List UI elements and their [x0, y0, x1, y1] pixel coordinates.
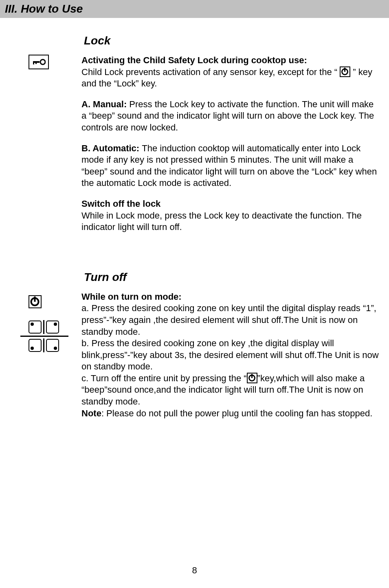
turnoff-note-label: Note: [81, 408, 101, 418]
svg-rect-2: [35, 61, 37, 64]
svg-rect-1: [33, 61, 34, 64]
turnoff-mode-label: While on turn on mode:: [81, 292, 182, 302]
zone-box-top-left: [29, 321, 42, 334]
turnoff-body: While on turn on mode: a. Press the desi…: [81, 291, 381, 420]
power-icon-large: [29, 295, 42, 308]
turnoff-note-text: : Please do not pull the power plug unti…: [101, 408, 372, 418]
turnoff-step-c1: c. Turn off the entire unit by pressing …: [81, 373, 247, 383]
lock-switchoff: Switch off the lock While in Lock mode, …: [81, 198, 381, 233]
page-number: 8: [0, 565, 389, 576]
cooking-zone-icons: [29, 320, 81, 352]
lock-intro: Activating the Child Safety Lock during …: [81, 55, 381, 90]
turnoff-step-b: b. Press the desired cooking zone on key…: [81, 338, 379, 371]
zone-box-bottom-right: [46, 339, 59, 352]
key-icon: [29, 55, 49, 69]
svg-rect-5: [344, 68, 345, 72]
lock-icon-column: [0, 34, 81, 242]
power-icon: [340, 66, 350, 77]
turnoff-section: Turn off While on turn on mode: a. Press…: [0, 271, 389, 420]
svg-rect-7: [34, 296, 36, 302]
svg-rect-9: [251, 374, 253, 378]
lock-content: Lock Activating the Child Safety Lock du…: [81, 34, 389, 242]
lock-intro-text-a: Child Lock prevents activation of any se…: [81, 67, 340, 77]
lock-switchoff-label: Switch off the lock: [81, 199, 160, 209]
lock-activating-label: Activating the Child Safety Lock during …: [81, 55, 307, 65]
zone-separator: [43, 320, 44, 334]
zone-box-bottom-left: [29, 339, 42, 352]
lock-manual-label: A. Manual:: [81, 99, 129, 109]
svg-point-3: [40, 60, 45, 64]
zone-separator: [43, 338, 44, 352]
turnoff-icon-column: [0, 271, 81, 420]
lock-automatic-label: B. Automatic:: [81, 143, 142, 153]
section-header: III. How to Use: [0, 0, 389, 18]
zone-box-top-right: [46, 321, 59, 334]
power-icon: [247, 373, 257, 383]
lock-switchoff-text: While in Lock mode, press the Lock key t…: [81, 210, 362, 232]
turnoff-content: Turn off While on turn on mode: a. Press…: [81, 271, 389, 420]
lock-automatic: B. Automatic: The induction cooktop will…: [81, 143, 381, 189]
zone-divider: [20, 336, 68, 337]
lock-manual: A. Manual: Press the Lock key to activat…: [81, 99, 381, 134]
turnoff-step-a: a. Press the desired cooking zone on key…: [81, 303, 376, 336]
lock-section: Lock Activating the Child Safety Lock du…: [0, 34, 389, 242]
turnoff-title: Turn off: [84, 271, 381, 284]
lock-title: Lock: [84, 34, 381, 47]
